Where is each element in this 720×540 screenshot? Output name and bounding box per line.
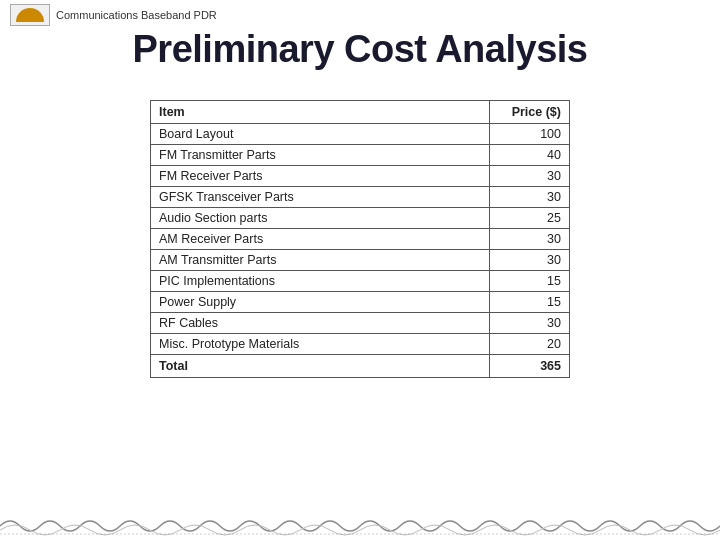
table-cell-item: FM Transmitter Parts: [151, 145, 490, 166]
table-row: Board Layout100: [151, 124, 570, 145]
table-row: AM Receiver Parts30: [151, 229, 570, 250]
table-row: FM Transmitter Parts40: [151, 145, 570, 166]
table-cell-price: 25: [490, 208, 570, 229]
table-cell-item: Misc. Prototype Materials: [151, 334, 490, 355]
column-header-item: Item: [151, 101, 490, 124]
total-value: 365: [490, 355, 570, 378]
table-cell-price: 30: [490, 187, 570, 208]
table-cell-item: GFSK Transceiver Parts: [151, 187, 490, 208]
logo: [10, 4, 50, 26]
table-header-row: Item Price ($): [151, 101, 570, 124]
table-row: Power Supply15: [151, 292, 570, 313]
wave-decoration: [0, 512, 720, 540]
table-cell-item: PIC Implementations: [151, 271, 490, 292]
table-cell-price: 30: [490, 313, 570, 334]
table-cell-price: 30: [490, 250, 570, 271]
table-footer-row: Total 365: [151, 355, 570, 378]
table-cell-item: Board Layout: [151, 124, 490, 145]
table-cell-price: 100: [490, 124, 570, 145]
table-row: Misc. Prototype Materials20: [151, 334, 570, 355]
table-row: GFSK Transceiver Parts30: [151, 187, 570, 208]
table-cell-price: 15: [490, 271, 570, 292]
cost-table: Item Price ($) Board Layout100FM Transmi…: [150, 100, 570, 378]
table-cell-price: 20: [490, 334, 570, 355]
table-cell-price: 40: [490, 145, 570, 166]
table-cell-item: RF Cables: [151, 313, 490, 334]
table-cell-price: 30: [490, 166, 570, 187]
table-row: AM Transmitter Parts30: [151, 250, 570, 271]
table-cell-item: AM Receiver Parts: [151, 229, 490, 250]
table-row: Audio Section parts25: [151, 208, 570, 229]
table-row: RF Cables30: [151, 313, 570, 334]
total-label: Total: [151, 355, 490, 378]
logo-graphic: [16, 8, 44, 22]
table-cell-item: FM Receiver Parts: [151, 166, 490, 187]
table-cell-item: AM Transmitter Parts: [151, 250, 490, 271]
table-row: FM Receiver Parts30: [151, 166, 570, 187]
table-cell-item: Power Supply: [151, 292, 490, 313]
table-cell-price: 30: [490, 229, 570, 250]
breadcrumb: Communications Baseband PDR: [56, 9, 217, 21]
table-row: PIC Implementations15: [151, 271, 570, 292]
cost-table-container: Item Price ($) Board Layout100FM Transmi…: [150, 100, 570, 378]
header-bar: Communications Baseband PDR: [0, 0, 720, 30]
page-title: Preliminary Cost Analysis: [0, 28, 720, 71]
table-cell-item: Audio Section parts: [151, 208, 490, 229]
column-header-price: Price ($): [490, 101, 570, 124]
table-cell-price: 15: [490, 292, 570, 313]
